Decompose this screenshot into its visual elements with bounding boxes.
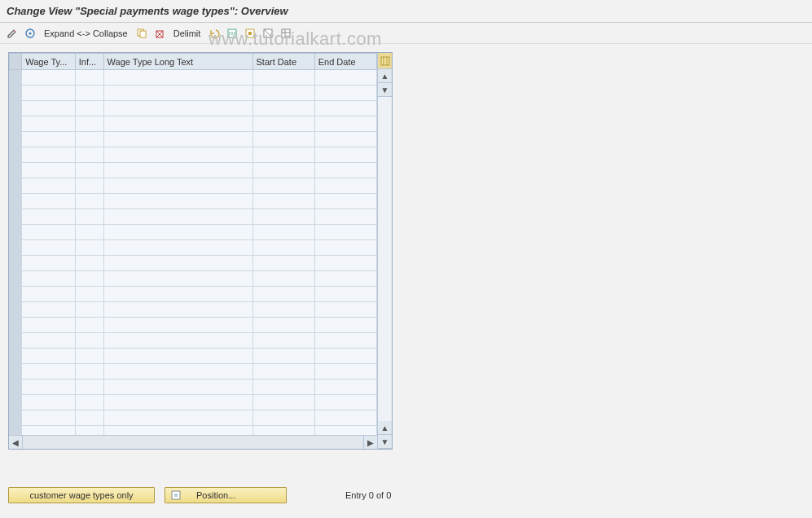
- table-row[interactable]: [10, 225, 377, 240]
- table-row[interactable]: [10, 209, 377, 225]
- cell[interactable]: [252, 225, 314, 240]
- row-selector[interactable]: [10, 194, 22, 209]
- cell[interactable]: [314, 132, 376, 147]
- cell[interactable]: [252, 364, 314, 380]
- cell[interactable]: [22, 240, 76, 256]
- cell[interactable]: [75, 287, 103, 302]
- delete-icon[interactable]: [152, 26, 167, 41]
- cell[interactable]: [314, 271, 376, 287]
- table-row[interactable]: [10, 163, 377, 178]
- cell[interactable]: [22, 349, 76, 364]
- table-row[interactable]: [10, 194, 377, 209]
- cell[interactable]: [103, 380, 252, 395]
- expand-collapse-button[interactable]: Expand <-> Collapse: [41, 27, 131, 40]
- cell[interactable]: [314, 410, 376, 426]
- cell[interactable]: [22, 364, 76, 380]
- cell[interactable]: [314, 70, 376, 86]
- row-selector[interactable]: [10, 364, 22, 380]
- cell[interactable]: [22, 380, 76, 395]
- row-selector[interactable]: [10, 287, 22, 302]
- cell[interactable]: [103, 364, 252, 380]
- table-row[interactable]: [10, 132, 377, 147]
- cell[interactable]: [75, 70, 103, 86]
- row-selector[interactable]: [10, 147, 22, 163]
- cell[interactable]: [103, 410, 252, 426]
- cell[interactable]: [252, 271, 314, 287]
- cell[interactable]: [75, 178, 103, 194]
- cell[interactable]: [103, 163, 252, 178]
- cell[interactable]: [75, 302, 103, 318]
- cell[interactable]: [75, 410, 103, 426]
- table-row[interactable]: [10, 178, 377, 194]
- cell[interactable]: [314, 101, 376, 116]
- cell[interactable]: [75, 132, 103, 147]
- cell[interactable]: [103, 132, 252, 147]
- cell[interactable]: [22, 287, 76, 302]
- row-selector[interactable]: [10, 318, 22, 333]
- cell[interactable]: [103, 147, 252, 163]
- row-selector[interactable]: [10, 302, 22, 318]
- cell[interactable]: [252, 410, 314, 426]
- cell[interactable]: [22, 132, 76, 147]
- table-row[interactable]: [10, 101, 377, 116]
- cell[interactable]: [75, 163, 103, 178]
- cell[interactable]: [22, 302, 76, 318]
- table-row[interactable]: [10, 318, 377, 333]
- cell[interactable]: [22, 101, 76, 116]
- table-row[interactable]: [10, 147, 377, 163]
- cell[interactable]: [103, 395, 252, 410]
- cell[interactable]: [22, 194, 76, 209]
- select-block-icon[interactable]: [243, 26, 257, 41]
- col-start-date[interactable]: Start Date: [252, 54, 314, 70]
- cell[interactable]: [252, 116, 314, 132]
- cell[interactable]: [22, 209, 76, 225]
- cell[interactable]: [252, 70, 314, 86]
- cell[interactable]: [314, 364, 376, 380]
- table-row[interactable]: [10, 240, 377, 256]
- cell[interactable]: [103, 101, 252, 116]
- cell[interactable]: [22, 70, 76, 86]
- cell[interactable]: [103, 70, 252, 86]
- cell[interactable]: [75, 225, 103, 240]
- cell[interactable]: [103, 209, 252, 225]
- scroll-page-down-icon[interactable]: ▼: [378, 435, 392, 449]
- scroll-track[interactable]: [378, 97, 392, 421]
- cell[interactable]: [75, 333, 103, 349]
- cell[interactable]: [252, 380, 314, 395]
- col-wage-type[interactable]: Wage Ty...: [22, 54, 76, 70]
- scroll-down-icon[interactable]: ▼: [378, 83, 392, 97]
- cell[interactable]: [103, 116, 252, 132]
- customer-wage-types-button[interactable]: customer wage types only: [8, 487, 155, 503]
- cell[interactable]: [314, 318, 376, 333]
- delimit-button[interactable]: Delimit: [170, 27, 204, 40]
- cell[interactable]: [22, 225, 76, 240]
- scroll-right-icon[interactable]: ▶: [363, 436, 377, 449]
- cell[interactable]: [252, 147, 314, 163]
- row-selector[interactable]: [10, 225, 22, 240]
- table-row[interactable]: [10, 349, 377, 364]
- cell[interactable]: [75, 116, 103, 132]
- cell[interactable]: [314, 178, 376, 194]
- col-end-date[interactable]: End Date: [314, 54, 376, 70]
- cell[interactable]: [314, 209, 376, 225]
- select-all-icon[interactable]: [225, 26, 239, 41]
- cell[interactable]: [252, 163, 314, 178]
- row-selector[interactable]: [10, 410, 22, 426]
- cell[interactable]: [252, 209, 314, 225]
- cell[interactable]: [252, 395, 314, 410]
- scroll-up-icon[interactable]: ▲: [378, 69, 392, 83]
- configure-columns-icon[interactable]: [378, 53, 392, 69]
- table-settings-icon[interactable]: [279, 26, 293, 41]
- row-selector[interactable]: [10, 70, 22, 86]
- row-selector[interactable]: [10, 163, 22, 178]
- col-infotype[interactable]: Inf...: [75, 54, 103, 70]
- cell[interactable]: [22, 333, 76, 349]
- table-row[interactable]: [10, 70, 377, 86]
- cell[interactable]: [252, 318, 314, 333]
- row-selector[interactable]: [10, 101, 22, 116]
- row-selector[interactable]: [10, 380, 22, 395]
- other-view-icon[interactable]: [23, 26, 37, 41]
- cell[interactable]: [314, 395, 376, 410]
- cell[interactable]: [75, 101, 103, 116]
- cell[interactable]: [75, 349, 103, 364]
